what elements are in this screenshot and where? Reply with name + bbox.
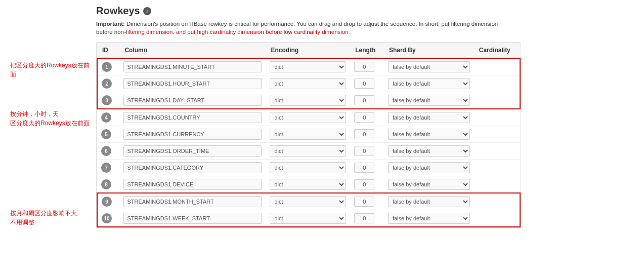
column-input[interactable]: [123, 78, 262, 89]
encoding-select[interactable]: dictfixed_lengthintegerbooleandate: [270, 213, 346, 224]
cell-column: [119, 92, 266, 109]
column-input[interactable]: [123, 112, 262, 123]
cell-length: [350, 75, 384, 92]
length-input[interactable]: [354, 179, 374, 189]
column-input[interactable]: [123, 213, 262, 224]
info-icon[interactable]: i: [143, 7, 151, 15]
encoding-select[interactable]: dictfixed_lengthintegerbooleandate: [270, 145, 346, 157]
cell-length: [350, 109, 384, 126]
column-input[interactable]: [123, 61, 262, 72]
shardby-select[interactable]: false by defaulttrue: [388, 78, 470, 89]
col-header-id: ID: [97, 43, 119, 58]
table-body: 1dictfixed_lengthintegerbooleandatefalse…: [97, 58, 520, 227]
cell-id: 5: [97, 126, 119, 143]
encoding-select[interactable]: dictfixed_lengthintegerbooleandate: [270, 61, 346, 72]
important-highlight: filtering dimension, and put high cardin…: [126, 29, 350, 35]
length-input[interactable]: [354, 129, 374, 139]
table-row: 5dictfixed_lengthintegerbooleandatefalse…: [97, 126, 520, 143]
cell-cardinality: [474, 193, 520, 210]
cell-id: 8: [97, 176, 119, 193]
cell-encoding: dictfixed_lengthintegerbooleandate: [266, 92, 350, 109]
column-input[interactable]: [123, 179, 262, 190]
cell-id: 3: [97, 92, 119, 109]
shardby-select[interactable]: false by defaulttrue: [388, 112, 470, 123]
row-id-badge: 5: [101, 129, 111, 139]
table-row: 9dictfixed_lengthintegerbooleandatefalse…: [97, 193, 520, 210]
length-input[interactable]: [354, 95, 374, 105]
column-input[interactable]: [123, 196, 262, 207]
cell-length: [350, 126, 384, 143]
encoding-select[interactable]: dictfixed_lengthintegerbooleandate: [270, 95, 346, 106]
cell-column: [119, 75, 266, 92]
length-input[interactable]: [354, 163, 374, 173]
row-id-badge: 1: [102, 62, 112, 72]
length-input[interactable]: [354, 146, 374, 156]
important-label: Important:: [96, 21, 125, 27]
col-header-cardinality: Cardinality: [474, 43, 520, 58]
encoding-select[interactable]: dictfixed_lengthintegerbooleandate: [270, 179, 346, 190]
encoding-select[interactable]: dictfixed_lengthintegerbooleandate: [270, 196, 346, 207]
cell-encoding: dictfixed_lengthintegerbooleandate: [266, 143, 350, 160]
cell-id: 4: [97, 109, 119, 126]
column-input[interactable]: [123, 129, 262, 140]
length-input[interactable]: [354, 79, 374, 89]
shardby-select[interactable]: false by defaulttrue: [388, 196, 470, 207]
length-input[interactable]: [354, 112, 374, 123]
important-note: Important: Dimension's position on HBase…: [96, 20, 511, 36]
cell-cardinality: [474, 92, 520, 109]
table-row: 2dictfixed_lengthintegerbooleandatefalse…: [97, 75, 520, 92]
page-title: Rowkeys i: [96, 5, 634, 17]
shardby-select[interactable]: false by defaulttrue: [388, 162, 470, 173]
column-input[interactable]: [123, 145, 262, 157]
encoding-select[interactable]: dictfixed_lengthintegerbooleandate: [270, 78, 346, 89]
cell-encoding: dictfixed_lengthintegerbooleandate: [266, 58, 350, 75]
cell-cardinality: [474, 210, 520, 227]
column-input[interactable]: [123, 162, 262, 173]
encoding-select[interactable]: dictfixed_lengthintegerbooleandate: [270, 162, 346, 173]
cell-length: [350, 176, 384, 193]
col-header-length: Length: [350, 43, 384, 58]
cell-column: [119, 126, 266, 143]
cell-id: 6: [97, 143, 119, 160]
cell-column: [119, 58, 266, 75]
shardby-select[interactable]: false by defaulttrue: [388, 213, 470, 224]
shardby-select[interactable]: false by defaulttrue: [388, 61, 470, 72]
cell-length: [350, 58, 384, 75]
annotation-3: 按月和周区分度影响不大不用调整: [10, 209, 91, 227]
length-input[interactable]: [354, 62, 374, 72]
shardby-select[interactable]: false by defaulttrue: [388, 179, 470, 190]
table-row: 8dictfixed_lengthintegerbooleandatefalse…: [97, 176, 520, 193]
encoding-select[interactable]: dictfixed_lengthintegerbooleandate: [270, 129, 346, 140]
table-row: 1dictfixed_lengthintegerbooleandatefalse…: [97, 58, 520, 75]
cell-encoding: dictfixed_lengthintegerbooleandate: [266, 160, 350, 176]
cell-shardby: false by defaulttrue: [384, 193, 474, 210]
cell-shardby: false by defaulttrue: [384, 210, 474, 227]
table-row: 7dictfixed_lengthintegerbooleandatefalse…: [97, 160, 520, 176]
row-id-badge: 4: [101, 112, 111, 123]
cell-shardby: false by defaulttrue: [384, 75, 474, 92]
cell-shardby: false by defaulttrue: [384, 176, 474, 193]
cell-column: [119, 143, 266, 160]
cell-column: [119, 210, 266, 227]
table-row: 6dictfixed_lengthintegerbooleandatefalse…: [97, 143, 520, 160]
cell-encoding: dictfixed_lengthintegerbooleandate: [266, 210, 350, 227]
encoding-select[interactable]: dictfixed_lengthintegerbooleandate: [270, 112, 346, 123]
cell-cardinality: [474, 160, 520, 176]
main-content: Rowkeys i Important: Dimension's positio…: [91, 5, 634, 266]
cell-column: [119, 193, 266, 210]
row-id-badge: 3: [102, 95, 112, 105]
cell-shardby: false by defaulttrue: [384, 126, 474, 143]
annotation-1: 把区分度大的Rowkeys放在前面: [10, 61, 91, 79]
shardby-select[interactable]: false by defaulttrue: [388, 129, 470, 140]
col-header-column: Column: [119, 43, 266, 58]
length-input[interactable]: [354, 213, 374, 223]
col-header-shardby: Shard By: [384, 43, 474, 58]
annotation-2: 按分钟，小时，天区分度大的Rowkeys放在前面: [10, 109, 91, 128]
cell-length: [350, 210, 384, 227]
shardby-select[interactable]: false by defaulttrue: [388, 95, 470, 106]
table-header: ID Column Encoding Length Shard By Cardi…: [97, 43, 520, 58]
cell-column: [119, 176, 266, 193]
column-input[interactable]: [123, 95, 262, 106]
shardby-select[interactable]: false by defaulttrue: [388, 145, 470, 157]
length-input[interactable]: [354, 197, 374, 207]
